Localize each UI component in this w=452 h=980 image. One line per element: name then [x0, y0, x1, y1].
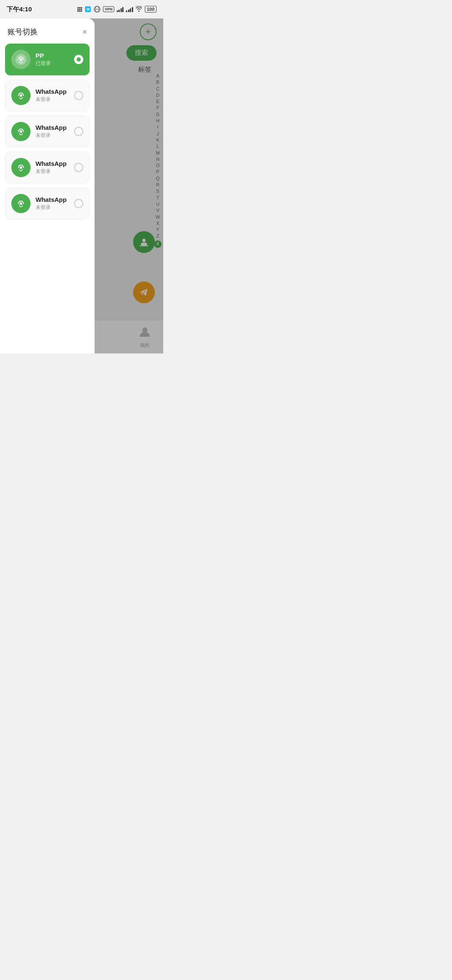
- account-list: PP 已登录 WhatsApp 未登录: [0, 44, 95, 219]
- account-item-wa3[interactable]: WhatsApp 未登录: [5, 152, 90, 183]
- svg-point-11: [20, 94, 22, 97]
- account-radio-wa2[interactable]: [74, 127, 83, 136]
- status-time: 下午4:10: [7, 5, 32, 13]
- account-info-wa4: WhatsApp 未登录: [36, 196, 69, 211]
- svg-point-9: [20, 58, 22, 61]
- account-item-wa2[interactable]: WhatsApp 未登录: [5, 116, 90, 147]
- account-name-pp: PP: [36, 52, 69, 59]
- account-info-wa1: WhatsApp 未登录: [36, 88, 69, 103]
- vpn-badge: VPN: [103, 6, 114, 12]
- account-status-pp: 已登录: [36, 60, 69, 67]
- modal-title: 账号切换: [8, 27, 38, 37]
- account-info-wa2: WhatsApp 未登录: [36, 124, 69, 139]
- modal-close-button[interactable]: ×: [82, 28, 87, 36]
- modal-header: 账号切换 ×: [0, 18, 95, 44]
- battery-icon: 100: [145, 6, 157, 13]
- account-icon-wa4: [11, 194, 31, 213]
- account-switch-modal: 账号切换 × PP 已登录: [0, 18, 95, 353]
- svg-point-13: [20, 130, 22, 133]
- account-status-wa1: 未登录: [36, 96, 69, 103]
- account-status-wa4: 未登录: [36, 204, 69, 211]
- account-item-pp[interactable]: PP 已登录: [5, 44, 90, 75]
- svg-point-15: [20, 166, 22, 169]
- account-info-pp: PP 已登录: [36, 52, 69, 67]
- signal-bars-2: [126, 6, 133, 12]
- status-bar: 下午4:10 ✉ VPN: [0, 0, 163, 18]
- svg-text:✉: ✉: [87, 8, 90, 11]
- account-name-wa3: WhatsApp: [36, 160, 69, 167]
- account-radio-inner-pp: [77, 57, 81, 62]
- account-radio-wa4[interactable]: [74, 199, 83, 208]
- account-item-wa4[interactable]: WhatsApp 未登录: [5, 188, 90, 219]
- account-icon-pp: [11, 50, 31, 69]
- account-icon-wa3: [11, 158, 31, 177]
- account-icon-wa1: [11, 86, 31, 105]
- account-radio-wa3[interactable]: [74, 163, 83, 172]
- account-name-wa2: WhatsApp: [36, 124, 69, 131]
- status-icons: ✉ VPN: [77, 6, 157, 13]
- grid-icon: [77, 7, 82, 12]
- globe-icon: [94, 6, 100, 13]
- signal-bars-1: [117, 6, 124, 12]
- account-info-wa3: WhatsApp 未登录: [36, 160, 69, 175]
- account-name-wa1: WhatsApp: [36, 88, 69, 95]
- account-status-wa3: 未登录: [36, 168, 69, 175]
- svg-point-17: [20, 202, 22, 205]
- account-radio-wa1[interactable]: [74, 91, 83, 100]
- account-radio-pp[interactable]: [74, 55, 83, 64]
- account-icon-wa2: [11, 122, 31, 141]
- app-notification-icon: ✉: [85, 6, 91, 13]
- account-item-wa1[interactable]: WhatsApp 未登录: [5, 80, 90, 111]
- wifi-icon: [136, 6, 142, 13]
- account-name-wa4: WhatsApp: [36, 196, 69, 203]
- account-status-wa2: 未登录: [36, 132, 69, 139]
